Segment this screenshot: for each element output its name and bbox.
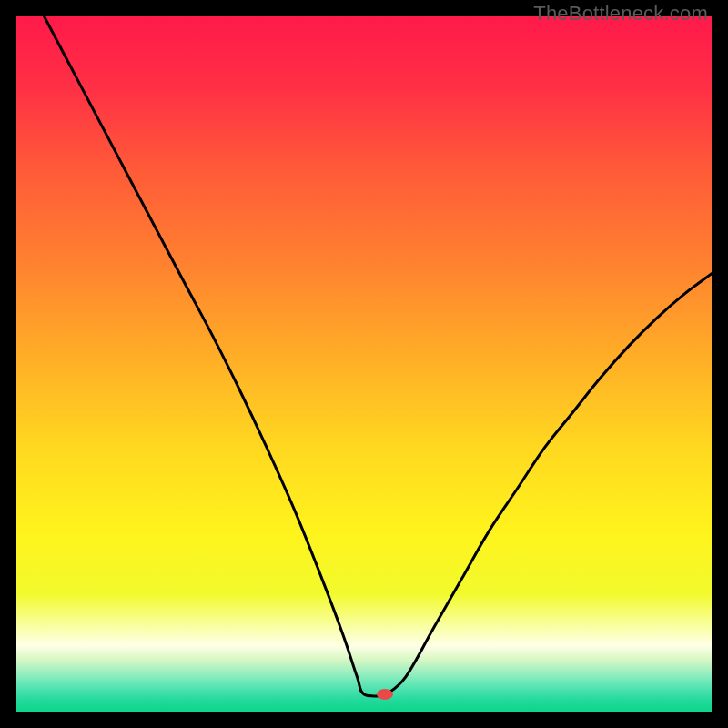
watermark-label: TheBottleneck.com <box>533 2 708 25</box>
bottleneck-chart <box>16 16 712 712</box>
chart-frame <box>16 16 712 712</box>
optimal-marker <box>377 689 393 700</box>
gradient-background <box>16 16 712 712</box>
